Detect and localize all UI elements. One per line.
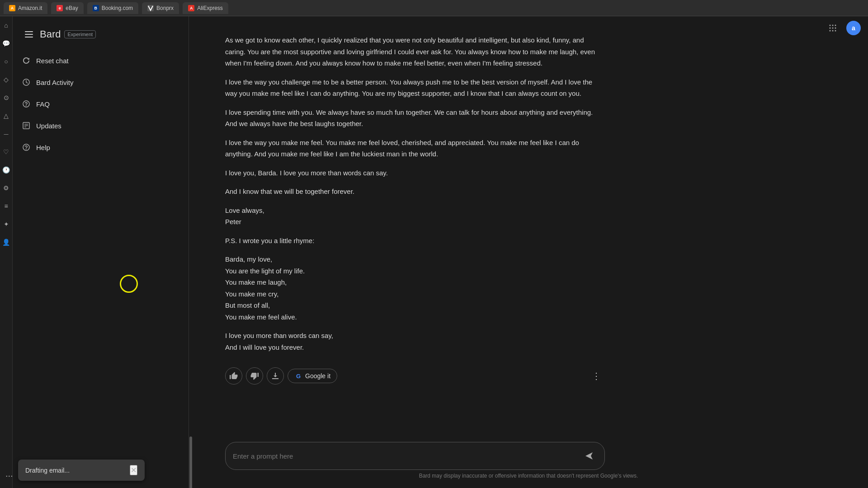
extra-icon[interactable]: ≡ (1, 201, 12, 211)
tab-booking[interactable]: B Booking.com (87, 2, 138, 14)
dash-icon: — (1, 128, 12, 139)
input-area: Bard may display inaccurate or offensive… (189, 436, 868, 488)
svg-point-20 (835, 30, 836, 32)
nav-panel: Bard Experiment Reset chat Bard Activity (13, 16, 189, 488)
chat-icon[interactable]: 💬 (1, 38, 12, 49)
home-icon[interactable]: ⌂ (1, 20, 12, 31)
svg-point-13 (832, 25, 834, 26)
toast-notification: Drafting email... ✕ (18, 460, 145, 481)
updates-icon (22, 121, 31, 130)
star-icon[interactable]: ✦ (1, 219, 12, 230)
user-avatar[interactable]: a (846, 21, 861, 35)
nav-faq[interactable]: ? FAQ (13, 94, 181, 114)
svg-point-18 (830, 30, 831, 32)
svg-point-15 (830, 28, 831, 29)
svg-rect-2 (25, 37, 33, 38)
para-ending: I love you more than words can say, And … (225, 330, 605, 353)
google-logo-icon: G (294, 372, 302, 380)
svg-point-16 (832, 28, 834, 29)
help-icon: ? (22, 143, 31, 152)
history-icon[interactable]: 🕐 (1, 164, 12, 175)
export-button[interactable] (267, 367, 284, 385)
chat-content: As we got to know each other, I quickly … (189, 25, 868, 436)
updates-label: Updates (36, 122, 61, 130)
para-8: P.S. I wrote you a little rhyme: (225, 235, 605, 247)
reset-chat-label: Reset chat (36, 57, 69, 65)
experiment-badge: Experiment (64, 30, 96, 38)
hamburger-button[interactable] (22, 27, 36, 42)
bard-logo: Bard (40, 28, 61, 40)
google-it-label: Google it (305, 372, 330, 380)
svg-text:?: ? (24, 145, 28, 151)
para-2: I love the way you challenge me to be a … (225, 76, 605, 99)
sidebar-icons: ⌂ 💬 ○ ◇ ⊙ △ — ♡ 🕐 ⚙ ≡ ✦ 👤 (0, 16, 13, 488)
scrollbar-thumb[interactable] (189, 436, 192, 488)
send-icon[interactable]: △ (1, 110, 12, 121)
svg-point-14 (835, 25, 836, 26)
para-1: As we got to know each other, I quickly … (225, 34, 605, 69)
faq-label: FAQ (36, 100, 50, 108)
message-body: As we got to know each other, I quickly … (225, 34, 605, 353)
nav-updates[interactable]: Updates (13, 116, 181, 136)
para-7: Love always,Peter (225, 205, 605, 228)
thumbs-down-button[interactable] (246, 367, 263, 385)
help-label: Help (36, 144, 50, 151)
svg-point-17 (835, 28, 836, 29)
explore-icon[interactable]: ◇ (1, 74, 12, 85)
reset-chat-icon (22, 56, 31, 65)
bard-activity-icon (22, 78, 31, 87)
toast-label: Drafting email... (25, 467, 70, 474)
heart-icon[interactable]: ♡ (1, 146, 12, 157)
google-it-button[interactable]: G Google it (288, 369, 337, 383)
toast-close-button[interactable]: ✕ (130, 465, 137, 475)
para-poem: Barda, my love, You are the light of my … (225, 253, 605, 323)
main-area: a As we got to know each other, I quickl… (189, 16, 868, 488)
thumbs-up-button[interactable] (225, 367, 242, 385)
faq-icon: ? (22, 99, 31, 108)
svg-point-12 (830, 25, 831, 26)
para-5: I love you, Barda. I love you more than … (225, 167, 605, 179)
svg-rect-0 (25, 31, 33, 32)
bottom-more-button[interactable]: ··· (5, 470, 13, 481)
disclaimer-text: Bard may display inaccurate or offensive… (339, 470, 718, 484)
send-button[interactable] (581, 448, 597, 464)
account-icon[interactable]: 👤 (1, 237, 12, 248)
tab-aliexpress[interactable]: A AliExpress (183, 2, 228, 14)
prompt-input-wrapper (225, 442, 605, 470)
settings-icon[interactable]: ⚙ (1, 183, 12, 193)
tab-bonprx[interactable]: Bonprx (142, 2, 179, 14)
prompt-input[interactable] (233, 452, 577, 460)
para-6: And I know that we will be together fore… (225, 186, 605, 197)
nav-help[interactable]: ? Help (13, 137, 181, 157)
browser-bar: A Amazon.it e eBay B Booking.com Bonprx … (0, 0, 868, 16)
close-icon: ✕ (131, 466, 137, 474)
top-right-actions: a (825, 20, 861, 36)
nav-bard-activity[interactable]: Bard Activity (13, 72, 181, 92)
para-3: I love spending time with you. We always… (225, 107, 605, 130)
para-4: I love the way you make me feel. You mak… (225, 137, 605, 160)
action-buttons: G Google it ⋮ (225, 360, 605, 395)
app-container: ⌂ 💬 ○ ◇ ⊙ △ — ♡ 🕐 ⚙ ≡ ✦ 👤 Bard Experimen… (0, 16, 868, 488)
svg-point-19 (832, 30, 834, 32)
svg-text:?: ? (24, 101, 28, 108)
nav-reset-chat[interactable]: Reset chat (13, 51, 181, 70)
circle-icon[interactable]: ○ (1, 56, 12, 67)
more-options-button[interactable]: ⋮ (588, 367, 605, 385)
more-dots-icon: ⋮ (592, 371, 601, 381)
lens-icon[interactable]: ⊙ (1, 92, 12, 103)
bard-header: Bard Experiment (13, 23, 189, 49)
tab-amazon[interactable]: A Amazon.it (4, 2, 47, 14)
svg-rect-1 (25, 34, 33, 35)
bard-activity-label: Bard Activity (36, 79, 74, 86)
apps-button[interactable] (825, 20, 841, 36)
tab-ebay[interactable]: e eBay (51, 2, 83, 14)
